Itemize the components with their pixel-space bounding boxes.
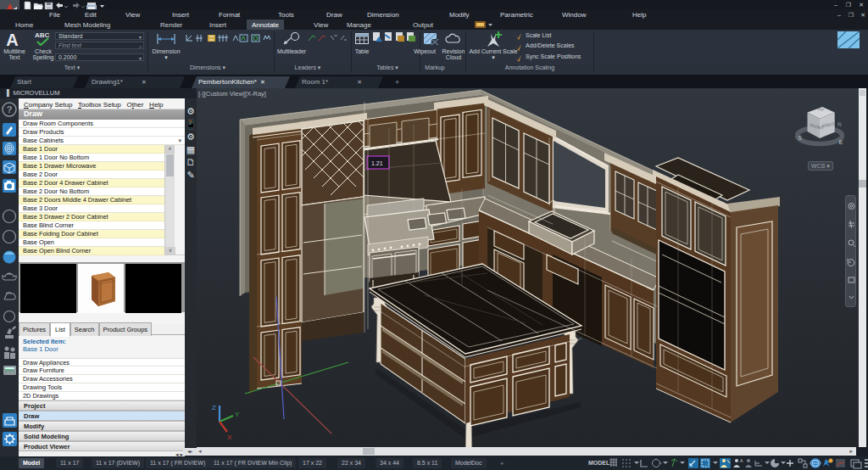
svg-text:A: A <box>740 458 743 463</box>
svg-text:1.21: 1.21 <box>371 160 383 166</box>
svg-text:E: E <box>839 138 843 146</box>
svg-text:Y: Y <box>235 411 240 418</box>
svg-text:X: X <box>227 434 232 441</box>
svg-text:S: S <box>798 134 802 142</box>
svg-text:TOP: TOP <box>817 107 825 112</box>
svg-text:?: ? <box>7 104 13 115</box>
svg-text:Z: Z <box>212 404 216 411</box>
svg-text:N: N <box>837 121 842 127</box>
